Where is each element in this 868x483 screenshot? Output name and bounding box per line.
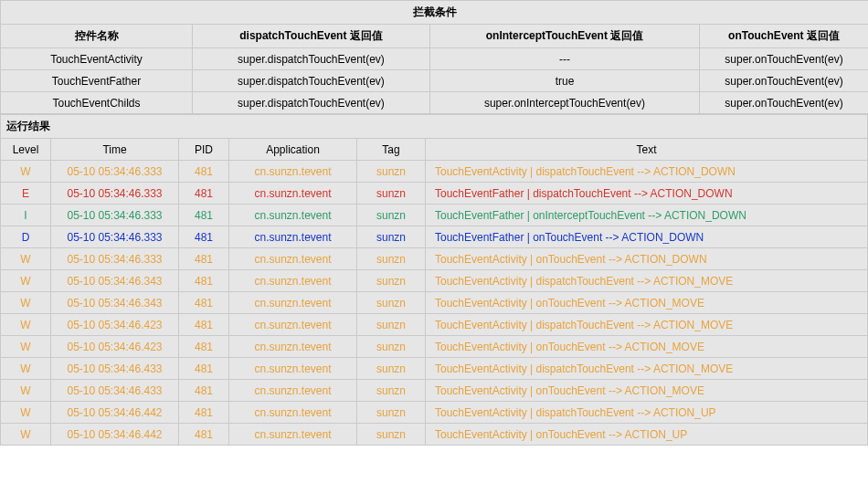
log-pid: 481: [179, 270, 229, 292]
col-control-name: 控件名称: [1, 25, 193, 48]
log-row: I05-10 05:34:46.333481cn.sunzn.teventsun…: [1, 205, 868, 226]
log-pid: 481: [179, 402, 229, 424]
log-text: TouchEventFather | onInterceptTouchEvent…: [426, 205, 868, 226]
log-pid: 481: [179, 380, 229, 402]
log-text: TouchEventFather | dispatchTouchEvent --…: [426, 183, 868, 205]
col-level: Level: [1, 139, 51, 161]
log-level: I: [1, 205, 51, 226]
log-tag: sunzn: [357, 424, 426, 446]
log-tag: sunzn: [357, 402, 426, 424]
log-tag: sunzn: [357, 292, 426, 314]
log-row: D05-10 05:34:46.333481cn.sunzn.teventsun…: [1, 226, 868, 248]
log-row: W05-10 05:34:46.343481cn.sunzn.teventsun…: [1, 292, 868, 314]
log-pid: 481: [179, 358, 229, 380]
log-level: D: [1, 226, 51, 248]
log-text: TouchEventActivity | dispatchTouchEvent …: [426, 161, 868, 183]
log-pid: 481: [179, 183, 229, 205]
log-row: W05-10 05:34:46.423481cn.sunzn.teventsun…: [1, 336, 868, 358]
col-tag: Tag: [357, 139, 426, 161]
top-cell: super.dispatchTouchEvent(ev): [193, 92, 430, 114]
log-pid: 481: [179, 424, 229, 446]
log-time: 05-10 05:34:46.442: [51, 424, 179, 446]
log-row: W05-10 05:34:46.333481cn.sunzn.teventsun…: [1, 161, 868, 183]
log-app: cn.sunzn.tevent: [229, 402, 357, 424]
top-cell: super.dispatchTouchEvent(ev): [193, 70, 430, 92]
log-app: cn.sunzn.tevent: [229, 358, 357, 380]
log-tag: sunzn: [357, 336, 426, 358]
log-text: TouchEventActivity | dispatchTouchEvent …: [426, 314, 868, 336]
log-tag: sunzn: [357, 358, 426, 380]
log-level: W: [1, 270, 51, 292]
log-level: W: [1, 380, 51, 402]
log-pid: 481: [179, 314, 229, 336]
log-app: cn.sunzn.tevent: [229, 183, 357, 205]
log-level: W: [1, 336, 51, 358]
log-app: cn.sunzn.tevent: [229, 424, 357, 446]
top-cell: super.dispatchTouchEvent(ev): [193, 48, 430, 70]
log-level: W: [1, 248, 51, 270]
log-tag: sunzn: [357, 183, 426, 205]
log-tag: sunzn: [357, 270, 426, 292]
log-time: 05-10 05:34:46.433: [51, 358, 179, 380]
log-level: W: [1, 358, 51, 380]
log-pid: 481: [179, 205, 229, 226]
log-app: cn.sunzn.tevent: [229, 270, 357, 292]
col-intercept: onInterceptTouchEvent 返回值: [430, 25, 700, 48]
top-cell: super.onTouchEvent(ev): [700, 92, 869, 114]
top-cell: ---: [430, 48, 700, 70]
log-tag: sunzn: [357, 380, 426, 402]
log-text: TouchEventActivity | onTouchEvent --> AC…: [426, 380, 868, 402]
log-text: TouchEventActivity | dispatchTouchEvent …: [426, 358, 868, 380]
col-time: Time: [51, 139, 179, 161]
log-text: TouchEventActivity | dispatchTouchEvent …: [426, 270, 868, 292]
log-text: TouchEventActivity | onTouchEvent --> AC…: [426, 292, 868, 314]
col-text: Text: [426, 139, 868, 161]
log-pid: 481: [179, 336, 229, 358]
top-cell: TouchEventActivity: [1, 48, 193, 70]
log-row: W05-10 05:34:46.442481cn.sunzn.teventsun…: [1, 402, 868, 424]
col-pid: PID: [179, 139, 229, 161]
top-cell: super.onTouchEvent(ev): [700, 70, 869, 92]
log-row: W05-10 05:34:46.442481cn.sunzn.teventsun…: [1, 424, 868, 446]
log-app: cn.sunzn.tevent: [229, 380, 357, 402]
log-time: 05-10 05:34:46.333: [51, 161, 179, 183]
log-tag: sunzn: [357, 161, 426, 183]
log-app: cn.sunzn.tevent: [229, 248, 357, 270]
log-pid: 481: [179, 248, 229, 270]
log-app: cn.sunzn.tevent: [229, 292, 357, 314]
log-level: W: [1, 161, 51, 183]
log-row: W05-10 05:34:46.333481cn.sunzn.teventsun…: [1, 248, 868, 270]
log-text: TouchEventActivity | onTouchEvent --> AC…: [426, 248, 868, 270]
section-run-result: 运行结果: [1, 115, 868, 139]
log-row: W05-10 05:34:46.343481cn.sunzn.teventsun…: [1, 270, 868, 292]
log-time: 05-10 05:34:46.343: [51, 270, 179, 292]
log-time: 05-10 05:34:46.423: [51, 314, 179, 336]
intercept-conditions-table: 拦截条件 控件名称 dispatchTouchEvent 返回值 onInter…: [0, 0, 868, 114]
log-app: cn.sunzn.tevent: [229, 226, 357, 248]
col-ontouch: onTouchEvent 返回值: [700, 25, 869, 48]
log-level: E: [1, 183, 51, 205]
log-text: TouchEventActivity | dispatchTouchEvent …: [426, 402, 868, 424]
log-text: TouchEventFather | onTouchEvent --> ACTI…: [426, 226, 868, 248]
log-time: 05-10 05:34:46.433: [51, 380, 179, 402]
log-text: TouchEventActivity | onTouchEvent --> AC…: [426, 336, 868, 358]
log-pid: 481: [179, 292, 229, 314]
log-level: W: [1, 292, 51, 314]
log-time: 05-10 05:34:46.343: [51, 292, 179, 314]
log-tag: sunzn: [357, 248, 426, 270]
log-tag: sunzn: [357, 205, 426, 226]
top-cell: true: [430, 70, 700, 92]
top-cell: super.onInterceptTouchEvent(ev): [430, 92, 700, 114]
log-level: W: [1, 402, 51, 424]
log-time: 05-10 05:34:46.333: [51, 248, 179, 270]
log-time: 05-10 05:34:46.423: [51, 336, 179, 358]
col-app: Application: [229, 139, 357, 161]
log-pid: 481: [179, 226, 229, 248]
run-result-table: 运行结果 Level Time PID Application Tag Text…: [0, 114, 868, 446]
log-level: W: [1, 314, 51, 336]
log-tag: sunzn: [357, 226, 426, 248]
log-row: W05-10 05:34:46.433481cn.sunzn.teventsun…: [1, 380, 868, 402]
log-text: TouchEventActivity | onTouchEvent --> AC…: [426, 424, 868, 446]
top-cell: super.onTouchEvent(ev): [700, 48, 869, 70]
log-time: 05-10 05:34:46.333: [51, 205, 179, 226]
